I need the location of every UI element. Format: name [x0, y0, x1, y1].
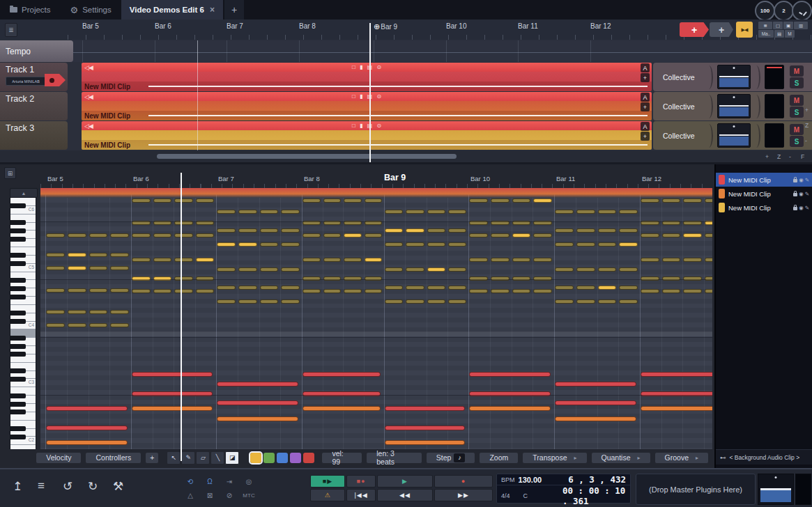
bar-beat-position[interactable]: 6 , 3 , 432: [558, 474, 630, 485]
midi-note[interactable]: [365, 233, 383, 237]
note-length-button[interactable]: len: 3 beats: [366, 452, 422, 464]
midi-clip-track3[interactable]: ◁◀ □ ▮ ▤ ⊙ New MIDI Clip A +: [82, 121, 652, 150]
midi-note[interactable]: [68, 288, 86, 292]
midi-note[interactable]: [174, 258, 193, 262]
midi-note[interactable]: [555, 267, 574, 272]
record-arm-arrow[interactable]: [45, 74, 66, 86]
clip-header[interactable]: ◁◀ □ ▮ ▤ ⊙: [82, 92, 652, 101]
midi-note[interactable]: [68, 253, 86, 257]
piano-key-black[interactable]: [10, 295, 26, 299]
vertical-zoom-control[interactable]: Z: [805, 122, 809, 129]
projects-tab[interactable]: Projects: [0, 0, 61, 20]
midi-note[interactable]: [238, 228, 257, 233]
midi-note[interactable]: [260, 210, 279, 214]
controllers-button[interactable]: Controllers: [85, 452, 141, 464]
piano-key-black[interactable]: [10, 336, 26, 341]
midi-note[interactable]: [598, 286, 617, 290]
plugin-collective[interactable]: Collective: [663, 102, 706, 111]
midi-note-long[interactable]: [385, 440, 465, 445]
midi-note[interactable]: [491, 198, 510, 203]
midi-note-long[interactable]: [302, 391, 381, 396]
midi-note[interactable]: [576, 267, 595, 272]
color-swatch[interactable]: [303, 453, 314, 463]
view-toggle-button[interactable]: M: [785, 30, 795, 38]
midi-note[interactable]: [174, 233, 193, 237]
midi-note-long[interactable]: [641, 406, 712, 411]
plugin-collective[interactable]: Collective: [663, 132, 706, 140]
piano-key-black[interactable]: [10, 402, 26, 407]
midi-note[interactable]: [705, 198, 713, 203]
playhead-marker-icon[interactable]: ⊕: [374, 22, 380, 31]
midi-note[interactable]: [238, 210, 257, 214]
piano-key-black[interactable]: [10, 286, 26, 291]
midi-note-long[interactable]: [46, 440, 128, 445]
volume-fader[interactable]: [717, 65, 751, 89]
midi-note[interactable]: [427, 228, 445, 233]
midi-note[interactable]: [641, 198, 659, 203]
groove-menu-button[interactable]: Groove▸: [654, 452, 709, 464]
mute-button[interactable]: M: [790, 65, 804, 77]
pencil-icon[interactable]: ✎: [805, 177, 809, 183]
midi-note[interactable]: [281, 242, 300, 247]
midi-note[interactable]: [683, 289, 702, 293]
midi-note[interactable]: [491, 258, 510, 262]
midi-note[interactable]: [406, 299, 424, 304]
midi-note[interactable]: [491, 233, 510, 237]
automation-button[interactable]: A: [641, 122, 650, 131]
new-tab-button[interactable]: +: [224, 0, 244, 20]
midi-note[interactable]: [260, 267, 279, 272]
rewind-button[interactable]: ◀◀: [377, 489, 433, 501]
solo-button[interactable]: S: [790, 136, 804, 147]
midi-note[interactable]: [406, 242, 424, 247]
solo-button[interactable]: S: [790, 107, 804, 118]
midi-note[interactable]: [365, 289, 383, 293]
midi-note[interactable]: [110, 253, 129, 257]
midi-note[interactable]: [323, 198, 342, 203]
midi-note[interactable]: [89, 288, 108, 292]
line-tool-icon[interactable]: ╲: [210, 451, 224, 465]
midi-note[interactable]: [196, 198, 215, 203]
midi-note[interactable]: [46, 266, 65, 270]
midi-note[interactable]: [344, 233, 362, 237]
midi-note[interactable]: [217, 228, 236, 233]
midi-note[interactable]: [385, 267, 403, 272]
mute-button[interactable]: M: [790, 95, 804, 106]
redo-icon[interactable]: ↻: [88, 479, 98, 494]
midi-note[interactable]: [238, 299, 257, 304]
midi-note[interactable]: [491, 289, 510, 293]
midi-note[interactable]: [406, 267, 424, 272]
midi-note[interactable]: [533, 258, 552, 262]
volume-fader[interactable]: [717, 94, 751, 118]
piano-key-black[interactable]: [10, 253, 26, 258]
midi-note[interactable]: [406, 228, 424, 233]
midi-note[interactable]: [705, 289, 713, 293]
midi-note[interactable]: [110, 288, 129, 292]
bpm-value[interactable]: 130.00: [519, 476, 542, 484]
piano-key-black[interactable]: [10, 237, 26, 242]
clip-list-item[interactable]: New MIDI Clip ◉✎: [716, 187, 812, 201]
midi-note[interactable]: [448, 267, 466, 272]
midi-note[interactable]: [619, 242, 638, 247]
midi-note[interactable]: [153, 198, 172, 203]
return-to-start-button[interactable]: |◀◀: [346, 489, 376, 501]
metronome-icon[interactable]: Ω: [202, 476, 217, 487]
midi-note[interactable]: [662, 289, 681, 293]
auto-play-button[interactable]: ■▶: [310, 475, 345, 488]
midi-note[interactable]: [576, 228, 595, 233]
piano-key-black[interactable]: [10, 426, 26, 431]
ruler-options-icon[interactable]: ≣: [5, 23, 17, 37]
piano-keyboard[interactable]: C6C5C4C3C2: [10, 197, 36, 452]
piano-key-black[interactable]: [10, 410, 26, 414]
timecode[interactable]: 00 : 00 : 10 . 361: [558, 485, 630, 506]
midi-note[interactable]: [705, 233, 713, 237]
midi-note[interactable]: [174, 289, 193, 293]
horizontal-zoom-control[interactable]: -: [789, 153, 791, 160]
clip-header[interactable]: ◁◀ □ ▮ ▤ ⊙: [82, 121, 652, 130]
midi-note[interactable]: [260, 242, 279, 247]
transport-readout[interactable]: BPM130.00 6 , 3 , 432 4/4C 00 : 00 : 10 …: [496, 474, 631, 504]
clip-list-item[interactable]: New MIDI Clip ◉✎: [716, 201, 812, 214]
midi-note[interactable]: [619, 210, 638, 214]
midi-note[interactable]: [512, 289, 531, 293]
midi-note[interactable]: [641, 258, 659, 262]
midi-note[interactable]: [512, 233, 531, 237]
